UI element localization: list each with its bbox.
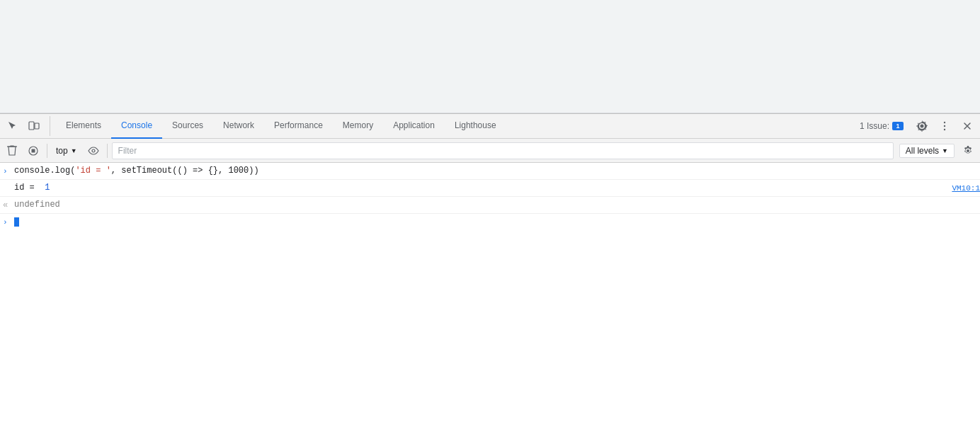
tab-bar-right: 1 Issue: 1 [854,116,977,136]
toolbar-divider [47,144,47,158]
tab-console[interactable]: Console [111,114,162,139]
eye-icon [88,145,99,156]
tab-bar: Elements Console Sources Network Perform… [0,114,980,139]
filter-input[interactable] [115,142,890,159]
cursor [14,217,19,227]
levels-dropdown-arrow: ▼ [942,147,948,154]
clear-console-button[interactable] [3,142,21,160]
svg-point-8 [92,149,95,152]
svg-rect-1 [35,123,39,129]
gear-icon [916,120,928,132]
issues-badge-icon: 1 [892,122,904,130]
svg-point-3 [944,125,945,127]
console-empty-content [14,215,980,228]
empty-prompt-arrow: › [3,216,11,229]
svg-point-4 [944,129,945,130]
live-expressions-button[interactable] [84,142,103,160]
svg-point-2 [944,122,945,123]
more-options-button[interactable] [935,116,955,136]
device-toolbar-button[interactable] [24,116,44,136]
close-devtools-button[interactable] [957,116,977,136]
console-output-content: id = 1 [14,181,946,194]
tab-network[interactable]: Network [213,114,264,139]
tab-sources[interactable]: Sources [162,114,213,139]
output-arrow: › [3,182,11,195]
console-empty-input: › [0,214,980,230]
console-return-content: undefined [14,198,980,211]
inspect-element-button[interactable] [3,116,23,136]
context-dropdown-arrow: ▼ [71,147,77,154]
device-icon [28,120,40,132]
tab-elements[interactable]: Elements [56,114,111,139]
tab-application[interactable]: Application [383,114,445,139]
devtools-panel: Elements Console Sources Network Perform… [0,113,980,439]
tab-lighthouse[interactable]: Lighthouse [445,114,506,139]
console-output: › console.log('id = ', setTimeout(() => … [0,163,980,439]
log-levels-dropdown[interactable]: All levels ▼ [899,144,955,158]
close-icon [962,120,973,132]
console-output-line: › id = 1 VM10:1 [0,180,980,197]
settings-button[interactable] [912,116,932,136]
browser-top-area [0,0,980,113]
tab-bar-icons [3,116,50,136]
console-toolbar: top ▼ All levels ▼ [0,139,980,163]
console-input-content: console.log('id = ', setTimeout(() => {}… [14,164,980,177]
console-input-line: › console.log('id = ', setTimeout(() => … [0,163,980,180]
cursor-icon [7,120,18,132]
gear-icon-small [962,145,974,156]
tabs-container: Elements Console Sources Network Perform… [56,114,854,139]
toolbar-divider-2 [107,144,108,158]
tab-performance[interactable]: Performance [264,114,333,139]
console-settings-button[interactable] [959,142,977,160]
tab-memory[interactable]: Memory [333,114,383,139]
console-return-line: « undefined [0,197,980,214]
return-arrow: « [3,199,11,212]
context-selector[interactable]: top ▼ [52,144,81,157]
clear-icon [6,145,18,156]
kebab-menu-icon [939,120,950,132]
svg-rect-7 [32,149,35,152]
input-arrow[interactable]: › [3,165,11,178]
stop-icon [28,145,39,156]
issues-button[interactable]: 1 Issue: 1 [854,118,909,134]
svg-rect-0 [29,122,34,130]
console-source-link[interactable]: VM10:1 [952,182,980,195]
filter-wrapper [112,142,894,159]
stop-recording-button[interactable] [24,142,42,160]
